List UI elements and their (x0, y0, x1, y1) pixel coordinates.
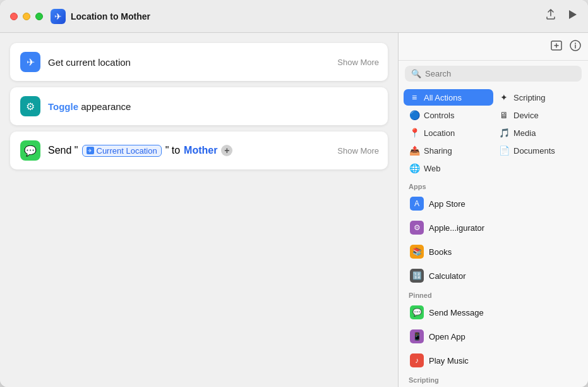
svg-marker-0 (569, 10, 577, 19)
list-item-calculator[interactable]: 🔢 Calculator (402, 264, 584, 287)
category-grid: ≡ All Actions ✦ Scripting 🔵 Controls 🖥 D… (399, 87, 588, 179)
sidebar-item-media[interactable]: 🎵 Media (493, 125, 583, 141)
search-input[interactable] (425, 69, 575, 78)
toggle-appearance-label: Toggle appearance (48, 101, 131, 112)
action-list: Apps A App Store ⚙ Apple...igurator 📚 Bo… (399, 179, 588, 387)
sidebar-item-all-actions[interactable]: ≡ All Actions (404, 89, 493, 106)
apps-section-label: Apps (399, 179, 588, 192)
main-content: ✈ Get current location Show More ⚙ Toggl… (0, 33, 588, 387)
play-music-icon: ♪ (410, 353, 424, 367)
list-item-open-app[interactable]: 📱 Open App (402, 325, 584, 348)
add-action-button[interactable] (550, 39, 563, 55)
window-controls (10, 13, 43, 20)
titlebar: ✈ Location to Mother (0, 0, 588, 33)
get-location-show-more[interactable]: Show More (337, 58, 379, 67)
sidebar-item-device[interactable]: 🖥 Device (493, 107, 583, 123)
get-location-card[interactable]: ✈ Get current location Show More (10, 43, 388, 81)
send-message-content: Send " ✈ Current Location " to Mother + (48, 145, 232, 157)
location-label: Location (424, 128, 455, 138)
toggle-appearance-icon: ⚙ (20, 96, 40, 116)
all-actions-label: All Actions (424, 93, 462, 102)
calculator-label: Calculator (429, 271, 466, 281)
sidebar-header (399, 33, 588, 61)
scripting-label: Scripting (513, 93, 546, 102)
toggle-word: Toggle (48, 101, 78, 112)
send-middle: " to (165, 145, 180, 156)
books-icon: 📚 (410, 245, 424, 259)
send-message-card[interactable]: 💬 Send " ✈ Current Location " to Mother … (10, 132, 388, 169)
contact-name[interactable]: Mother (184, 145, 217, 156)
svg-point-6 (575, 43, 576, 44)
token-label: Current Location (97, 146, 157, 156)
sidebar-item-web[interactable]: 🌐 Web (404, 160, 493, 176)
list-item-books[interactable]: 📚 Books (402, 240, 584, 263)
app-store-label: App Store (429, 199, 465, 209)
documents-icon: 📄 (498, 145, 510, 156)
list-item-apple-configurator[interactable]: ⚙ Apple...igurator (402, 216, 584, 239)
web-icon: 🌐 (409, 163, 420, 173)
send-message-icon: 💬 (20, 140, 40, 161)
apple-configurator-icon: ⚙ (410, 221, 424, 235)
info-button[interactable] (569, 39, 582, 55)
calculator-icon: 🔢 (410, 269, 424, 283)
titlebar-actions (545, 9, 578, 23)
device-icon: 🖥 (498, 110, 510, 120)
send-message-list-label: Send Message (429, 308, 484, 317)
books-label: Books (429, 247, 452, 257)
list-item-send-message[interactable]: 💬 Send Message (402, 301, 584, 324)
apple-configurator-label: Apple...igurator (429, 223, 484, 233)
send-prefix: Send " (48, 145, 78, 156)
get-location-icon: ✈ (20, 52, 40, 72)
search-icon: 🔍 (411, 69, 421, 78)
sidebar-item-scripting[interactable]: ✦ Scripting (493, 89, 583, 106)
sharing-icon: 📤 (409, 145, 420, 156)
sidebar-item-location[interactable]: 📍 Location (404, 125, 493, 141)
web-label: Web (424, 164, 441, 173)
current-location-token[interactable]: ✈ Current Location (82, 145, 162, 157)
sharing-label: Sharing (424, 146, 452, 156)
app-icon: ✈ (51, 9, 66, 24)
app-store-icon: A (410, 197, 424, 211)
add-recipient-button[interactable]: + (221, 145, 232, 156)
search-bar[interactable]: 🔍 (405, 66, 582, 82)
run-button[interactable] (567, 9, 578, 23)
share-button[interactable] (545, 9, 556, 23)
documents-label: Documents (513, 146, 555, 156)
list-item-app-store[interactable]: A App Store (402, 192, 584, 215)
minimize-button[interactable] (23, 13, 30, 20)
get-location-label: Get current location (48, 57, 131, 68)
toggle-appearance-card[interactable]: ⚙ Toggle appearance (10, 87, 388, 125)
scripting-icon: ✦ (498, 92, 510, 102)
window-title: Location to Mother (71, 11, 545, 22)
close-button[interactable] (10, 13, 18, 20)
all-actions-icon: ≡ (409, 92, 420, 102)
media-icon: 🎵 (498, 128, 510, 138)
sidebar-item-documents[interactable]: 📄 Documents (493, 142, 583, 159)
location-token-icon: ✈ (87, 147, 94, 154)
workflow-panel: ✈ Get current location Show More ⚙ Toggl… (0, 33, 398, 387)
device-label: Device (513, 111, 539, 120)
sidebar-item-sharing[interactable]: 📤 Sharing (404, 142, 493, 159)
send-message-show-more[interactable]: Show More (337, 146, 379, 156)
send-message-list-icon: 💬 (410, 305, 424, 319)
maximize-button[interactable] (35, 13, 43, 20)
open-app-label: Open App (429, 332, 465, 341)
controls-label: Controls (424, 111, 454, 120)
location-icon: 📍 (409, 128, 420, 138)
open-app-icon: 📱 (410, 329, 424, 343)
scripting-section-label: Scripting (399, 372, 588, 385)
sidebar-item-controls[interactable]: 🔵 Controls (404, 107, 493, 123)
play-music-label: Play Music (429, 356, 469, 366)
appearance-text: appearance (81, 101, 131, 112)
media-label: Media (513, 128, 536, 138)
list-item-play-music[interactable]: ♪ Play Music (402, 349, 584, 372)
app-window: ✈ Location to Mother ✈ Get current locat… (0, 0, 588, 387)
pinned-section-label: Pinned (399, 288, 588, 300)
sidebar: 🔍 ≡ All Actions ✦ Scripting 🔵 Controls (398, 33, 588, 387)
controls-icon: 🔵 (409, 110, 420, 120)
